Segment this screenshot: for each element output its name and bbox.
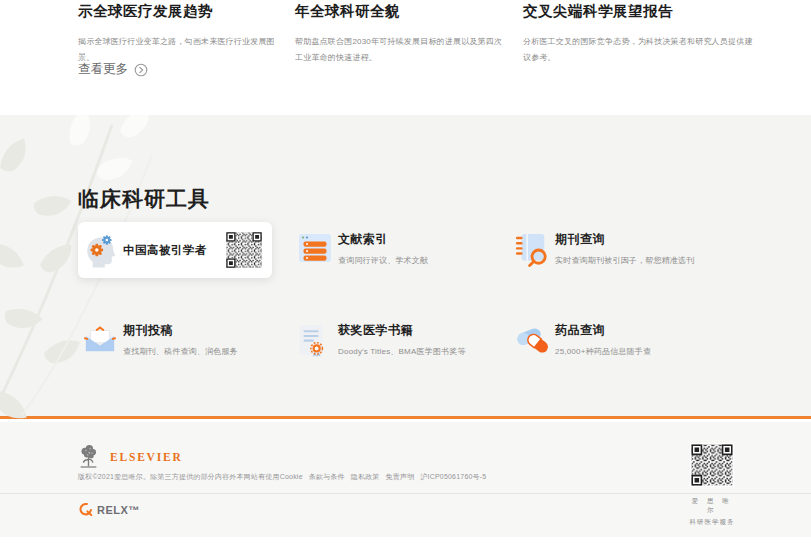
qr-caption-line2: 科研医学服务 [688, 518, 736, 527]
tool-title: 药品查询 [555, 322, 651, 339]
footer-divider [0, 493, 811, 494]
tool-desc: 查询同行评议、学术文献 [338, 255, 428, 266]
footer: ELSEVIER 版权©2021爱思唯尔。除第三方提供的部分内容外本网站有使用C… [0, 422, 811, 537]
tool-drug-lookup[interactable]: 药品查询 25,000+种药品信息随手查 [510, 322, 733, 372]
footer-link-icp[interactable]: 沪ICP05061760号-5 [420, 472, 486, 482]
copyright-row: 版权©2021爱思唯尔。除第三方提供的部分内容外本网站有使用Cookie 条款与… [78, 472, 486, 482]
tool-title: 文献索引 [338, 231, 428, 248]
insight-column-global-research: 年全球科研全貌 帮助盘点联合国2030年可持续发展目标的进展以及第四次工业革命的… [295, 2, 505, 65]
tool-journal-search[interactable]: 期刊查询 实时查询期刊被引因子，帮您精准选刊 [510, 222, 733, 278]
insight-title: 示全球医疗发展趋势 [78, 2, 277, 21]
tool-text: 期刊投稿 查找期刊、稿件查询、润色服务 [123, 322, 238, 357]
award-book-icon [298, 324, 332, 358]
qr-caption-line1: 爱 思 唯 尔 [688, 497, 736, 515]
head-gears-icon [86, 232, 116, 268]
envelope-submit-icon [83, 324, 117, 354]
tool-award-books[interactable]: 获奖医学书籍 Doody's Titles、BMA医学图书奖等 [293, 322, 510, 372]
literature-index-icon [298, 233, 332, 263]
insight-desc: 帮助盘点联合国2030年可持续发展目标的进展以及第四次工业革命的快速进程。 [295, 34, 505, 65]
tool-text: 期刊查询 实时查询期刊被引因子，帮您精准选刊 [555, 231, 694, 266]
elsevier-logo: ELSEVIER [78, 444, 183, 469]
tool-text: 文献索引 查询同行评议、学术文献 [338, 231, 428, 266]
elsevier-tree-icon [78, 444, 99, 469]
insight-title: 年全球科研全貌 [295, 2, 505, 21]
china-highly-cited-scholar-card[interactable]: 中国高被引学者 [78, 222, 272, 278]
footer-qr-caption: 爱 思 唯 尔 科研医学服务 [688, 497, 736, 527]
view-more-label: 查看更多 [78, 61, 128, 78]
circle-chevron-right-icon [134, 63, 148, 77]
scholar-card-qr-code [225, 231, 263, 269]
tool-journal-submission[interactable]: 期刊投稿 查找期刊、稿件查询、润色服务 [78, 322, 293, 372]
footer-link-privacy[interactable]: 隐私政策 [351, 472, 380, 482]
tool-text: 药品查询 25,000+种药品信息随手查 [555, 322, 651, 357]
clinical-tools-section: 临床科研工具 [0, 115, 811, 419]
insight-title: 交叉尖端科学展望报告 [523, 2, 756, 21]
tool-desc: Doody's Titles、BMA医学图书奖等 [338, 346, 466, 357]
tool-text: 获奖医学书籍 Doody's Titles、BMA医学图书奖等 [338, 322, 466, 357]
tool-title: 期刊投稿 [123, 322, 238, 339]
insight-desc: 分析医工交叉的国际竞争态势，为科技决策者和研究人员提供建议参考。 [523, 34, 756, 65]
insight-column-medical-trends: 示全球医疗发展趋势 揭示全球医疗行业变革之路，勾画未来医疗行业发展图景。 [78, 2, 277, 65]
journal-search-icon [515, 233, 549, 267]
insight-columns: 示全球医疗发展趋势 揭示全球医疗行业变革之路，勾画未来医疗行业发展图景。 年全球… [78, 2, 756, 65]
tool-desc: 实时查询期刊被引因子，帮您精准选刊 [555, 255, 694, 266]
pills-icon [515, 324, 549, 356]
elsevier-china-page: 示全球医疗发展趋势 揭示全球医疗行业变革之路，勾画未来医疗行业发展图景。 年全球… [0, 0, 811, 549]
footer-qr-code [690, 443, 734, 487]
elsevier-wordmark: ELSEVIER [110, 451, 183, 463]
tool-desc: 查找期刊、稿件查询、润色服务 [123, 346, 238, 357]
tool-title: 期刊查询 [555, 231, 694, 248]
tool-title: 获奖医学书籍 [338, 322, 466, 339]
relx-logo: RELX™ [78, 502, 140, 517]
relx-wordmark: RELX™ [97, 504, 140, 516]
copyright-text: 版权©2021爱思唯尔。除第三方提供的部分内容外本网站有使用Cookie [78, 472, 303, 482]
footer-link-terms[interactable]: 条款与条件 [309, 472, 345, 482]
footer-link-disclaimer[interactable]: 免责声明 [386, 472, 415, 482]
tools-grid: 中国高被引学者 [78, 222, 733, 372]
view-more-link[interactable]: 查看更多 [78, 61, 148, 78]
relx-mark-icon [78, 502, 93, 517]
scholar-card-label: 中国高被引学者 [123, 243, 207, 258]
tool-desc: 25,000+种药品信息随手查 [555, 346, 651, 357]
insight-column-cross-science: 交叉尖端科学展望报告 分析医工交叉的国际竞争态势，为科技决策者和研究人员提供建议… [523, 2, 756, 65]
section-title: 临床科研工具 [78, 185, 210, 213]
tool-literature-index[interactable]: 文献索引 查询同行评议、学术文献 [293, 222, 510, 278]
